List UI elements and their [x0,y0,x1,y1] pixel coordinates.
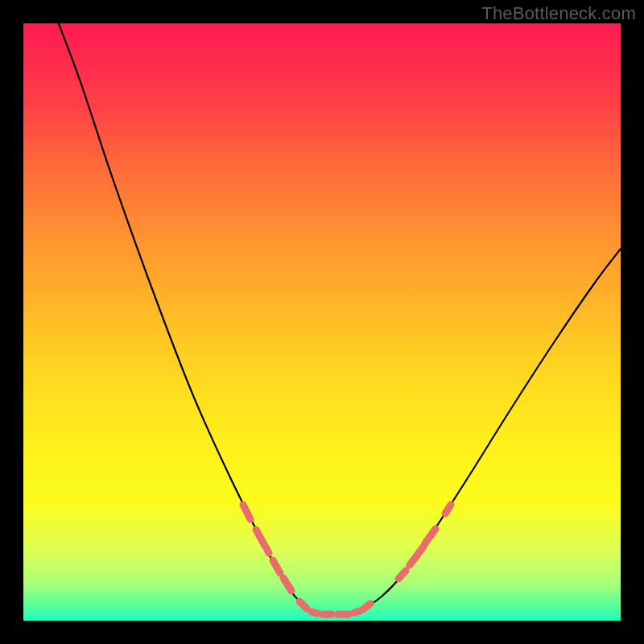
highlight-dash [398,571,406,579]
highlight-dash [283,578,291,591]
highlight-dash [363,604,370,609]
highlight-dash [299,601,307,609]
watermark-text: TheBottleneck.com [481,3,636,24]
bottleneck-curve [52,23,621,615]
highlight-dash [312,612,317,613]
highlight-dash [256,530,265,546]
curve-layer [23,23,621,621]
highlight-dash [445,505,451,514]
highlight-dash [273,560,280,573]
highlight-dash [266,548,269,553]
highlight-dash [243,505,250,519]
highlight-dash [410,547,423,565]
highlight-dash [354,611,360,613]
plot-area [23,23,621,621]
highlight-dash [425,529,436,543]
